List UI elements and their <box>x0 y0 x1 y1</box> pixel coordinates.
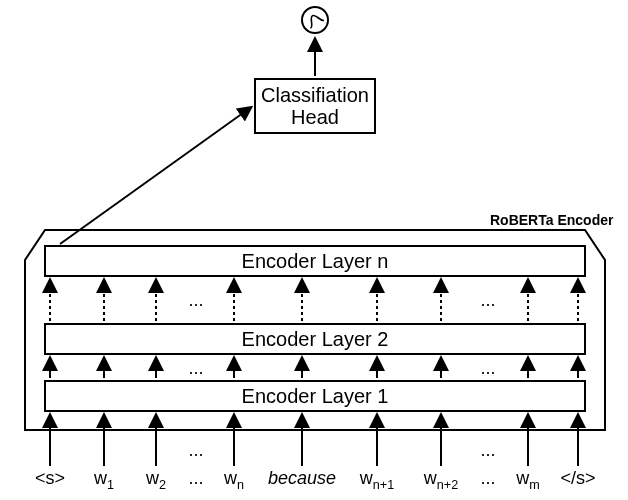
arrows-layer <box>0 0 628 500</box>
diagram-root: Classifiation Head RoBERTa Encoder Encod… <box>0 0 628 500</box>
svg-line-2 <box>60 108 250 244</box>
